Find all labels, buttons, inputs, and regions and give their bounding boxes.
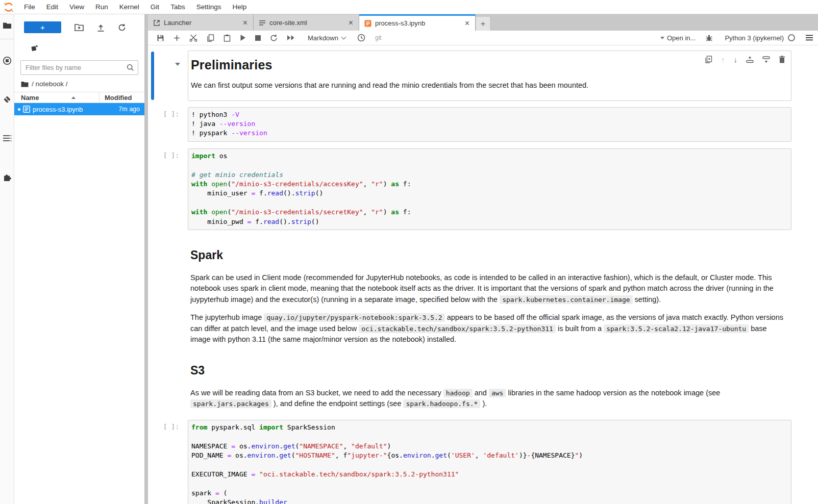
search-icon: [127, 64, 134, 71]
save-button[interactable]: [152, 31, 169, 45]
code-line: with open("/minio-s3-credentials/secretK…: [191, 208, 787, 217]
refresh-button[interactable]: [118, 23, 126, 32]
new-launcher-button[interactable]: +: [24, 21, 61, 33]
tab-core-site-xml[interactable]: core-site.xml ×: [254, 15, 359, 31]
duplicate-icon: [705, 56, 712, 63]
cell-collapser-bar[interactable]: [151, 52, 154, 100]
menu-item-tabs[interactable]: Tabs: [165, 0, 191, 14]
code-editor[interactable]: ! python3 -V! java --version! pyspark --…: [188, 107, 791, 142]
run-button[interactable]: [235, 31, 251, 45]
sidebar-splitter[interactable]: [144, 14, 148, 504]
tab-label: process-s3.ipynb: [375, 19, 463, 27]
inline-code: spark.jars.packages: [190, 399, 271, 408]
launcher-icon: [153, 19, 160, 27]
sidebar-item-file-browser[interactable]: [0, 14, 14, 37]
cell-toolbar: ↑ ↓: [705, 56, 785, 63]
jupyter-logo-icon: [3, 2, 14, 13]
paste-cells-button[interactable]: [219, 31, 235, 45]
code-line: [191, 432, 787, 441]
sidebar-item-git[interactable]: [0, 88, 14, 111]
folder-icon: [3, 21, 12, 30]
new-tab-button[interactable]: +: [476, 17, 490, 31]
markdown-cell-spark[interactable]: Spark Spark can be used in Client mode (…: [188, 237, 791, 347]
notebook-toolbar: Markdown git Open in... Python 3 (ipyker…: [148, 31, 818, 45]
code-line: [191, 161, 787, 170]
close-icon[interactable]: ×: [463, 19, 471, 28]
menu-item-kernel[interactable]: Kernel: [114, 0, 145, 14]
filter-files-input[interactable]: [20, 60, 138, 75]
tab-process-s3-ipynb[interactable]: process-s3.ipynb ×: [359, 14, 476, 31]
git-clone-button[interactable]: [14, 33, 144, 52]
new-folder-button[interactable]: [75, 23, 84, 31]
insert-cell-below-button[interactable]: [762, 56, 770, 63]
debugger-button[interactable]: [701, 31, 717, 45]
code-line: ! python3 -V: [191, 110, 787, 119]
close-icon[interactable]: ×: [347, 18, 355, 28]
file-list-header: Name Modified: [14, 92, 144, 103]
interrupt-kernel-button[interactable]: [251, 31, 265, 45]
restart-run-all-button[interactable]: [282, 31, 300, 45]
menu-item-help[interactable]: Help: [227, 0, 252, 14]
code-cell-minio-credentials[interactable]: [ ]: import os # get minio credentialswi…: [188, 148, 791, 230]
bug-icon: [705, 34, 713, 42]
column-header-name[interactable]: Name: [14, 94, 99, 102]
heading-collapse-caret[interactable]: [175, 63, 180, 66]
folder-icon: [21, 81, 29, 87]
toolbar-menu-button[interactable]: [801, 31, 814, 45]
menu-item-run[interactable]: Run: [90, 0, 114, 14]
cell-type-dropdown[interactable]: Markdown: [304, 33, 350, 43]
markdown-cell-s3[interactable]: S3 As we will be reading data from an S3…: [188, 352, 791, 412]
upload-button[interactable]: [97, 23, 105, 32]
code-cell-versions[interactable]: [ ]: ! python3 -V! java --version! pyspa…: [188, 107, 791, 142]
duplicate-cell-button[interactable]: [705, 56, 712, 63]
cut-cells-button[interactable]: [185, 31, 202, 45]
restart-icon: [270, 34, 278, 42]
delete-cell-button[interactable]: [779, 56, 785, 63]
inline-code: oci.stackable.tech/sandbox/spark:3.5.2-p…: [359, 324, 556, 333]
copy-cells-button[interactable]: [202, 31, 219, 45]
sidebar-item-running-sessions[interactable]: [0, 49, 14, 72]
markdown-cell-preliminaries[interactable]: ↑ ↓: [188, 51, 791, 101]
menu-bar-items: FileEditViewRunKernelGitTabsSettingsHelp: [18, 0, 252, 14]
insert-cell-above-button[interactable]: [746, 56, 754, 63]
tab-launcher[interactable]: Launcher ×: [148, 15, 254, 31]
restart-kernel-button[interactable]: [265, 31, 282, 45]
history-button[interactable]: [353, 31, 370, 45]
paste-icon: [224, 34, 231, 42]
code-cell-spark-session[interactable]: [ ]: from pyspark.sql import SparkSessio…: [188, 420, 791, 504]
inline-code: hadoop: [443, 389, 473, 397]
chevron-down-icon: [341, 35, 346, 40]
sidebar-item-table-of-contents[interactable]: [0, 127, 14, 149]
code-editor[interactable]: import os # get minio credentialswith op…: [188, 148, 791, 230]
menu-item-settings[interactable]: Settings: [191, 0, 227, 14]
activity-bar-divider: [0, 39, 14, 39]
notebook-file-icon: [23, 106, 30, 113]
main-dock-panel: Launcher × core-site.xml × process-s3.ip…: [148, 14, 818, 504]
code-editor[interactable]: from pyspark.sql import SparkSession NAM…: [188, 420, 791, 504]
markdown-heading: S3: [190, 364, 785, 377]
column-header-modified[interactable]: Modified: [100, 94, 144, 102]
menu-item-file[interactable]: File: [18, 0, 41, 14]
insert-cell-button[interactable]: [169, 31, 185, 45]
running-sessions-icon: [3, 56, 12, 65]
inline-code: quay.io/jupyter/pyspark-notebook:spark-3…: [264, 313, 444, 322]
markdown-paragraph: As we will be reading data from an S3 bu…: [190, 388, 785, 410]
sidebar-item-extensions[interactable]: [0, 166, 14, 188]
close-icon[interactable]: ×: [241, 18, 249, 28]
kernel-status-circle[interactable]: [788, 34, 795, 41]
move-cell-up-button[interactable]: ↑: [721, 56, 725, 63]
code-line: minio_pwd = f.read().strip(): [191, 217, 787, 226]
breadcrumb[interactable]: / notebook /: [14, 75, 144, 92]
filter-files-field: [20, 60, 138, 75]
menu-item-view[interactable]: View: [64, 0, 90, 14]
menu-item-edit[interactable]: Edit: [41, 0, 64, 14]
move-cell-down-button[interactable]: ↓: [734, 56, 738, 63]
open-in-dropdown[interactable]: Open in...: [660, 34, 696, 42]
inline-code: spark.kubernetes.container.image: [500, 295, 632, 304]
markdown-paragraph: The jupyterhub image quay.io/jupyter/pys…: [190, 312, 785, 345]
kernel-name-button[interactable]: Python 3 (ipykernel): [725, 34, 784, 42]
menu-item-git[interactable]: Git: [145, 0, 165, 14]
file-row[interactable]: process-s3.ipynb 7m ago: [14, 103, 144, 115]
code-line: with open("/minio-s3-credentials/accessK…: [191, 180, 787, 189]
hamburger-icon: [806, 35, 813, 41]
